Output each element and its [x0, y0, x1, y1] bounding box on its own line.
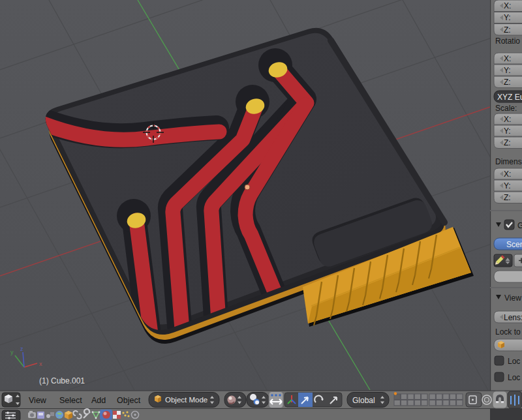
svg-text:Select: Select — [59, 396, 82, 405]
svg-text:X:: X: — [504, 115, 511, 124]
svg-text:Loc: Loc — [508, 357, 520, 366]
svg-text:Y:: Y: — [504, 66, 511, 75]
svg-text:Add: Add — [91, 396, 106, 405]
svg-text:View: View — [504, 293, 521, 303]
svg-text:Lens:: Lens: — [504, 313, 522, 322]
svg-text:(1) Cube.001: (1) Cube.001 — [39, 376, 85, 385]
svg-text:G: G — [517, 221, 522, 230]
svg-text:Z:: Z: — [504, 25, 511, 35]
svg-text:View: View — [29, 396, 47, 405]
svg-text:x: x — [39, 361, 42, 367]
svg-text:Z:: Z: — [504, 78, 511, 87]
svg-text:X:: X: — [504, 170, 511, 179]
svg-text:Scen: Scen — [506, 240, 522, 249]
svg-text:z: z — [20, 346, 23, 352]
svg-text:Loc: Loc — [508, 373, 520, 382]
svg-text:Dimens: Dimens — [495, 157, 522, 166]
svg-text:Y:: Y: — [504, 127, 511, 136]
svg-text:Y:: Y: — [504, 181, 511, 190]
svg-text:Rotatio: Rotatio — [495, 37, 520, 46]
svg-text:Z:: Z: — [504, 138, 511, 147]
svg-text:Scale:: Scale: — [495, 104, 517, 113]
svg-text:Object Mode: Object Mode — [165, 396, 207, 404]
svg-text:X:: X: — [504, 54, 511, 63]
svg-text:XYZ Eu: XYZ Eu — [497, 93, 522, 102]
svg-text:Z:: Z: — [504, 193, 511, 202]
svg-text:Global: Global — [352, 396, 375, 405]
svg-text:X:: X: — [504, 1, 511, 10]
svg-text:Object: Object — [117, 396, 141, 405]
svg-text:Lock to: Lock to — [495, 327, 521, 337]
svg-text:Y:: Y: — [504, 13, 511, 22]
svg-text:y: y — [10, 349, 14, 355]
